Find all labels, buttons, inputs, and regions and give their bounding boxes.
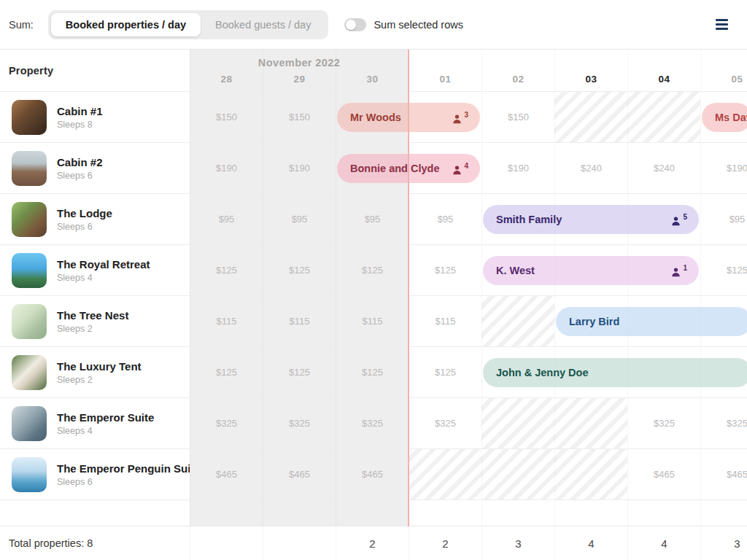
day-cell[interactable]: $150 (481, 92, 554, 142)
property-rows: Cabin #1Sleeps 8$150$150$150Mr Woods3Ms … (0, 92, 747, 500)
property-row: The Royal RetreatSleeps 4$125$125$125$12… (0, 245, 747, 296)
guest-count: 1 (683, 265, 687, 272)
day-cell (554, 500, 627, 526)
guest-count: 3 (464, 112, 468, 119)
booking-pill[interactable]: K. West1 (483, 256, 699, 285)
booking-pill[interactable]: Larry Bird (556, 307, 747, 336)
day-total (263, 526, 336, 560)
day-cell[interactable]: $325 (700, 398, 747, 448)
day-cell[interactable]: $125 (263, 245, 336, 295)
day-cell[interactable]: $125 (336, 347, 409, 397)
sum-selected-rows-toggle[interactable] (344, 18, 366, 31)
day-cell[interactable]: $95 (700, 194, 747, 244)
day-cell[interactable]: $95 (409, 194, 481, 244)
unavailable-cell (481, 296, 554, 346)
hamburger-icon[interactable] (716, 16, 728, 33)
day-cell[interactable]: $115 (190, 296, 263, 346)
day-cell[interactable]: $465 (627, 449, 700, 499)
day-cell[interactable]: $125 (263, 347, 336, 397)
property-sleeps: Sleeps 6 (57, 477, 190, 487)
property-row-header[interactable]: Cabin #1Sleeps 8 (0, 92, 190, 142)
day-cell[interactable]: $325 (336, 398, 409, 448)
property-thumbnail (12, 304, 47, 339)
day-cell[interactable]: $325 (627, 398, 700, 448)
booking-pill[interactable]: Bonnie and Clyde4 (337, 154, 480, 183)
guest-icon (452, 165, 462, 176)
day-cell[interactable]: $115 (263, 296, 336, 346)
day-cell[interactable]: $190 (481, 143, 554, 193)
property-row-header[interactable]: The Tree NestSleeps 2 (0, 296, 190, 346)
day-header-05: 05 (700, 50, 747, 91)
property-name: The Royal Retreat (57, 258, 150, 271)
day-cell[interactable]: $125 (190, 245, 263, 295)
day-cell[interactable]: $125 (409, 245, 481, 295)
property-sleeps: Sleeps 6 (57, 171, 103, 181)
property-row-header[interactable]: Cabin #2Sleeps 6 (0, 143, 190, 193)
day-cell[interactable]: $150 (190, 92, 263, 142)
unavailable-cell (481, 398, 554, 448)
property-row-header[interactable]: The Emperor SuiteSleeps 4 (0, 398, 190, 448)
booking-pill[interactable]: Mr Woods3 (337, 103, 480, 132)
booking-pill[interactable]: Smith Family5 (483, 205, 699, 234)
day-cell[interactable]: $240 (554, 143, 627, 193)
toggle-knob (346, 20, 356, 30)
day-cell (627, 500, 700, 526)
property-row-header[interactable]: The Luxury TentSleeps 2 (0, 347, 190, 397)
day-total: 3 (481, 526, 554, 560)
booking-guest-name: John & Jenny Doe (496, 367, 589, 378)
day-cell[interactable]: $190 (190, 143, 263, 193)
day-cell[interactable]: $115 (336, 296, 409, 346)
segment-button[interactable]: Booked guests / day (201, 13, 325, 36)
day-cell[interactable]: $190 (700, 143, 747, 193)
day-cell[interactable]: $95 (336, 194, 409, 244)
day-cell[interactable]: $465 (336, 449, 409, 499)
row-spacer (0, 500, 190, 526)
day-cell (481, 500, 554, 526)
day-cell[interactable]: $465 (700, 449, 747, 499)
property-info: The Royal RetreatSleeps 4 (57, 258, 150, 283)
day-cell[interactable]: $125 (336, 245, 409, 295)
property-info: The LodgeSleeps 6 (57, 207, 112, 232)
booking-pill[interactable]: John & Jenny Doe (483, 358, 747, 387)
day-cell[interactable]: $150 (263, 92, 336, 142)
day-cell[interactable]: $240 (627, 143, 700, 193)
day-cell (263, 500, 336, 526)
property-info: The Emperor Penguin SuiteSleeps 6 (57, 462, 190, 487)
day-cell (336, 500, 409, 526)
day-cell[interactable]: $465 (190, 449, 263, 499)
day-cell[interactable]: $190 (263, 143, 336, 193)
booking-guest-name: Mr Woods (350, 112, 401, 123)
day-cell[interactable]: $95 (190, 194, 263, 244)
day-header-01: 01 (409, 50, 481, 91)
property-name: Cabin #1 (57, 105, 103, 117)
day-total: 4 (627, 526, 700, 560)
guest-icon (670, 216, 681, 227)
day-cell[interactable]: $95 (263, 194, 336, 244)
day-cell[interactable]: $125 (409, 347, 481, 397)
property-sleeps: Sleeps 2 (57, 375, 142, 385)
property-row-header[interactable]: The Emperor Penguin SuiteSleeps 6 (0, 449, 190, 499)
day-cell[interactable]: $125 (190, 347, 263, 397)
property-info: Cabin #1Sleeps 8 (57, 105, 103, 130)
day-cell[interactable]: $325 (263, 398, 336, 448)
property-name: The Emperor Penguin Suite (57, 462, 190, 475)
guest-count-badge: 1 (670, 264, 687, 278)
segment-button[interactable]: Booked properties / day (51, 13, 201, 36)
sum-mode-switcher: Booked properties / dayBooked guests / d… (48, 10, 329, 39)
property-row: The LodgeSleeps 6$95$95$95$95$95Smith Fa… (0, 194, 747, 245)
day-cell[interactable]: $125 (700, 245, 747, 295)
property-sleeps: Sleeps 6 (57, 222, 112, 232)
property-sleeps: Sleeps 8 (57, 120, 103, 130)
property-thumbnail (12, 151, 47, 186)
day-cell[interactable]: $325 (409, 398, 481, 448)
property-name: Cabin #2 (57, 156, 103, 168)
property-row-header[interactable]: The LodgeSleeps 6 (0, 194, 190, 244)
day-cell[interactable]: $115 (409, 296, 481, 346)
day-total: 4 (554, 526, 627, 560)
toolbar: Sum: Booked properties / dayBooked guest… (0, 0, 747, 50)
day-cell[interactable]: $325 (190, 398, 263, 448)
day-cell[interactable]: $465 (263, 449, 336, 499)
property-row-header[interactable]: The Royal RetreatSleeps 4 (0, 245, 190, 295)
booking-pill[interactable]: Ms Dav (702, 103, 747, 132)
day-cell (190, 500, 263, 526)
